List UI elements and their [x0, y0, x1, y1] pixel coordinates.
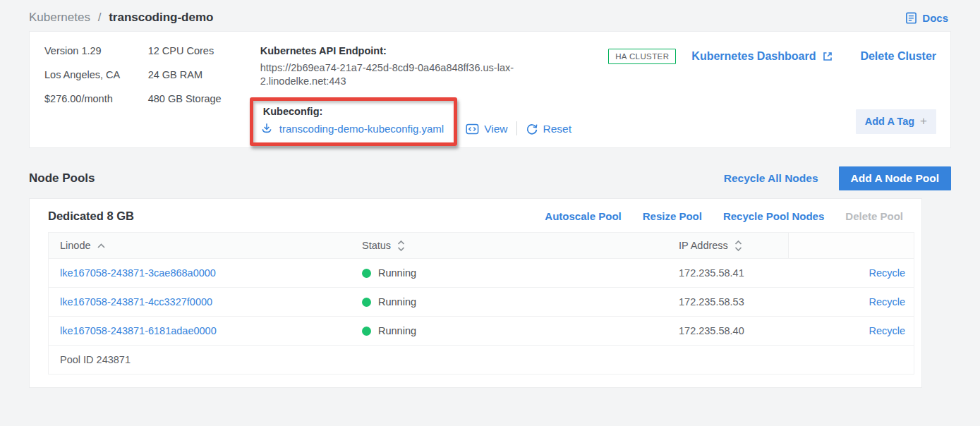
node-pools-actions: Recycle All Nodes Add A Node Pool [720, 166, 951, 190]
node-pool-card: Dedicated 8 GB Autoscale Pool Resize Poo… [29, 198, 922, 388]
vertical-divider [516, 121, 517, 135]
ip-address: 172.235.58.53 [679, 296, 744, 308]
node-pools-title: Node Pools [29, 171, 95, 185]
cluster-ram: 24 GB RAM [148, 68, 260, 83]
ip-address: 172.235.58.41 [679, 267, 744, 279]
breadcrumb-entity: transcoding-demo [109, 11, 213, 24]
pool-id-row: Pool ID 243871 [49, 346, 914, 374]
api-endpoint-label: Kubernetes API Endpoint: [260, 45, 608, 56]
recycle-node-button[interactable]: Recycle [869, 325, 905, 336]
kubeconfig-view-button[interactable]: View [466, 123, 507, 135]
breadcrumb-section[interactable]: Kubernetes [29, 11, 90, 24]
add-tag-label: Add A Tag [865, 116, 914, 127]
cluster-price: $276.00/month [44, 92, 148, 107]
cluster-version: Version 1.29 [44, 44, 148, 59]
cluster-summary-card: Version 1.29 Los Angeles, CA $276.00/mon… [29, 31, 951, 148]
delete-pool-button: Delete Pool [845, 210, 903, 222]
status-running-dot [362, 327, 371, 336]
api-endpoint-url: https://2b69ea74-21a7-425d-8cd9-0a46a848… [260, 61, 520, 88]
topbar: Kubernetes / transcoding-demo Docs [0, 0, 980, 31]
endpoint-column: Kubernetes API Endpoint: https://2b69ea7… [260, 44, 608, 136]
cluster-cpu: 12 CPU Cores [148, 44, 260, 59]
download-icon [260, 122, 273, 135]
add-tag-button[interactable]: Add A Tag + [856, 109, 936, 134]
docs-icon [905, 12, 917, 24]
cluster-storage: 480 GB Storage [148, 92, 260, 107]
cluster-links-row: HA CLUSTER Kubernetes Dashboard Delete C… [608, 49, 936, 64]
nodes-table: Linode Status IP Address [48, 232, 914, 375]
table-row: lke167058-243871-6181adae0000 Running 17… [49, 317, 914, 346]
linode-link[interactable]: lke167058-243871-4cc3327f0000 [60, 296, 212, 308]
column-header-actions [788, 233, 914, 258]
status-column-label: Status [362, 240, 391, 251]
add-node-pool-button[interactable]: Add A Node Pool [839, 166, 951, 190]
status-label: Running [378, 325, 416, 336]
recycle-all-nodes-button[interactable]: Recycle All Nodes [720, 171, 823, 185]
status-label: Running [378, 267, 416, 279]
code-view-icon [466, 123, 479, 135]
plus-icon: + [920, 117, 927, 126]
cluster-specs-column-2: 12 CPU Cores 24 GB RAM 480 GB Storage [148, 44, 260, 136]
linode-link[interactable]: lke167058-243871-6181adae0000 [60, 325, 217, 336]
kubeconfig-reset-button[interactable]: Reset [526, 123, 572, 135]
sort-asc-icon [97, 243, 106, 249]
status-running-dot [362, 269, 371, 278]
sort-icon [397, 240, 406, 252]
recycle-pool-nodes-button[interactable]: Recycle Pool Nodes [723, 210, 824, 222]
pool-header: Dedicated 8 GB Autoscale Pool Resize Poo… [30, 199, 921, 232]
table-row: lke167058-243871-3cae868a0000 Running 17… [49, 259, 914, 288]
kubernetes-dashboard-link[interactable]: Kubernetes Dashboard [691, 50, 833, 63]
pool-name: Dedicated 8 GB [48, 209, 134, 223]
view-label: View [484, 123, 507, 135]
column-header-status[interactable]: Status [352, 233, 670, 258]
cluster-region: Los Angeles, CA [44, 68, 148, 83]
reset-icon [526, 123, 538, 135]
status-label: Running [378, 296, 416, 308]
delete-cluster-label: Delete Cluster [860, 50, 936, 63]
sort-icon [734, 240, 743, 252]
breadcrumb: Kubernetes / transcoding-demo [29, 11, 213, 25]
linode-link[interactable]: lke167058-243871-3cae868a0000 [60, 267, 216, 279]
delete-cluster-button[interactable]: Delete Cluster [860, 50, 936, 63]
kubeconfig-row: Kubeconfig: transcoding-demo-kubeconfig.… [250, 97, 608, 146]
node-pools-header: Node Pools Recycle All Nodes Add A Node … [29, 166, 951, 190]
kubeconfig-label: Kubeconfig: [263, 106, 444, 117]
cluster-specs-column-1: Version 1.29 Los Angeles, CA $276.00/mon… [44, 44, 148, 136]
ip-column-label: IP Address [679, 240, 728, 251]
external-link-icon [822, 51, 833, 62]
table-row: lke167058-243871-4cc3327f0000 Running 17… [49, 288, 914, 317]
dashboard-label: Kubernetes Dashboard [691, 50, 816, 63]
autoscale-pool-button[interactable]: Autoscale Pool [545, 210, 621, 222]
ip-address: 172.235.58.40 [679, 325, 744, 336]
breadcrumb-separator: / [98, 11, 102, 24]
reset-label: Reset [543, 123, 572, 135]
nodes-table-header: Linode Status IP Address [49, 233, 914, 259]
kubeconfig-file-name: transcoding-demo-kubeconfig.yaml [279, 123, 444, 135]
recycle-node-button[interactable]: Recycle [869, 296, 905, 308]
linode-column-label: Linode [60, 240, 91, 251]
column-header-ip[interactable]: IP Address [670, 233, 788, 258]
pool-actions: Autoscale Pool Resize Pool Recycle Pool … [545, 210, 903, 222]
resize-pool-button[interactable]: Resize Pool [643, 210, 702, 222]
pool-id-label: Pool ID 243871 [60, 354, 131, 365]
annotation-highlight-box: Kubeconfig: transcoding-demo-kubeconfig.… [250, 97, 457, 146]
column-header-linode[interactable]: Linode [49, 233, 352, 258]
recycle-node-button[interactable]: Recycle [869, 267, 905, 279]
docs-link[interactable]: Docs [905, 12, 948, 24]
status-running-dot [362, 298, 371, 307]
docs-label: Docs [922, 12, 948, 24]
cluster-actions-column: HA CLUSTER Kubernetes Dashboard Delete C… [608, 44, 936, 136]
ha-cluster-badge: HA CLUSTER [608, 49, 676, 64]
kubeconfig-download-link[interactable]: transcoding-demo-kubeconfig.yaml [260, 122, 444, 135]
